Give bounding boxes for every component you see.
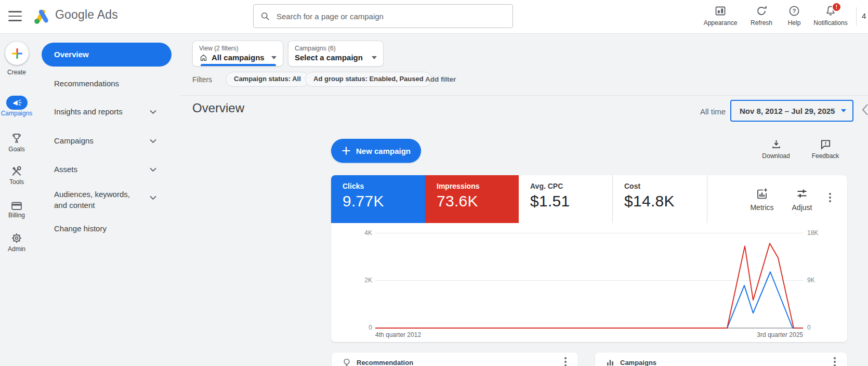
create-button[interactable]	[5, 42, 29, 65]
right-axis-tick: 18K	[807, 229, 818, 237]
chart-toolbar: Metrics Adjust	[707, 175, 848, 223]
adjust-sliders-icon	[784, 188, 820, 200]
metrics-chart-icon	[744, 188, 780, 200]
campaign-selector-label: Campaigns (6)	[295, 45, 377, 52]
view-selector-value: All campaigns	[212, 53, 265, 62]
feedback-icon	[807, 138, 844, 150]
campaigns-megaphone-icon	[12, 99, 22, 107]
filter-chip-ad-group-status[interactable]: Ad group status: Enabled, Paused	[305, 72, 432, 87]
x-axis-start-label: 4th quarter 2012	[375, 331, 421, 338]
scorecard-cost[interactable]: Cost $14.8K	[612, 175, 707, 223]
filters-label: Filters	[192, 75, 212, 84]
add-filter-button[interactable]: Add filter	[425, 75, 456, 83]
rail-label-campaigns: Campaigns	[0, 110, 33, 117]
scorecard-avg-cpc[interactable]: Avg. CPC $1.51	[519, 175, 612, 223]
rail-label-tools: Tools	[0, 178, 33, 186]
refresh-button[interactable]: Refresh	[742, 4, 781, 30]
notifications-bell-icon: !	[807, 4, 854, 18]
goals-trophy-icon[interactable]	[10, 132, 23, 145]
right-axis-tick: 9K	[807, 277, 815, 284]
card-more-menu-icon[interactable]	[829, 193, 831, 204]
nav-item-insights-and-reports[interactable]: Insights and reports	[54, 107, 123, 116]
hamburger-menu-icon[interactable]	[8, 11, 22, 21]
chevron-down-icon[interactable]	[150, 195, 156, 200]
rail-label-billing: Billing	[0, 212, 33, 219]
plus-icon	[341, 146, 351, 155]
rail-item-campaigns[interactable]	[6, 96, 28, 110]
date-range-picker[interactable]: Nov 8, 2012 – Jul 29, 2025	[730, 100, 853, 122]
recommendation-card[interactable]: Recommendation	[332, 352, 578, 366]
card-more-menu-icon[interactable]	[834, 357, 836, 366]
rail-label-admin: Admin	[0, 245, 33, 253]
x-axis-end-label: 3rd quarter 2025	[725, 331, 803, 338]
view-selector-label: View (2 filters)	[199, 45, 277, 52]
top-bar: Google Ads Appearance	[0, 0, 868, 34]
search-icon	[260, 11, 270, 21]
download-label: Download	[758, 152, 794, 160]
metrics-button[interactable]: Metrics	[744, 188, 780, 212]
scorecard-impressions[interactable]: Impressions 73.6K	[425, 175, 519, 223]
new-campaign-button[interactable]: New campaign	[331, 139, 421, 163]
create-label: Create	[0, 69, 33, 76]
campaign-selector-value: Select a campaign	[295, 53, 363, 62]
dropdown-caret-icon	[271, 56, 277, 59]
new-campaign-label: New campaign	[356, 147, 411, 155]
nav-item-campaigns[interactable]: Campaigns	[54, 136, 94, 145]
date-range-shortcut: All time	[700, 107, 726, 116]
create-plus-icon	[11, 48, 23, 59]
campaigns-chart-icon	[606, 358, 615, 366]
global-search[interactable]	[253, 4, 513, 28]
page-title: Overview	[192, 101, 244, 115]
date-range-value: Nov 8, 2012 – Jul 29, 2025	[740, 107, 835, 115]
nav-item-recommendations[interactable]: Recommendations	[54, 79, 119, 88]
series-clicks	[375, 272, 803, 328]
notifications-badge: !	[832, 2, 841, 12]
left-axis-tick: 2K	[351, 277, 372, 284]
search-input[interactable]	[275, 11, 506, 21]
product-name: Google Ads	[55, 8, 118, 22]
campaign-selector[interactable]: Campaigns (6) Select a campaign	[288, 41, 384, 67]
date-caret-icon	[841, 109, 846, 112]
campaigns-card-title: Campaigns	[620, 359, 656, 366]
filter-chip-campaign-status[interactable]: Campaign status: All	[226, 72, 309, 87]
toolbar-divider	[180, 95, 868, 96]
dropdown-caret-icon	[372, 56, 377, 59]
overview-chart[interactable]	[375, 233, 803, 328]
account-id-truncated[interactable]: 4	[862, 11, 866, 20]
series-impressions	[375, 243, 803, 328]
chevron-down-icon[interactable]	[150, 110, 156, 114]
appearance-icon	[700, 4, 741, 18]
chevron-down-icon[interactable]	[150, 167, 156, 172]
notifications-button[interactable]: ! Notifications	[807, 4, 854, 30]
recommendation-card-title: Recommendation	[357, 359, 413, 366]
campaigns-card[interactable]: Campaigns	[595, 352, 847, 366]
billing-card-icon[interactable]	[10, 200, 23, 212]
tools-icon[interactable]	[10, 165, 23, 177]
view-selector-active-underline	[201, 64, 276, 66]
appearance-button[interactable]: Appearance	[700, 4, 741, 30]
download-icon	[758, 138, 794, 150]
download-button[interactable]: Download	[758, 138, 794, 160]
nav-item-overview[interactable]: Overview	[42, 43, 172, 67]
previous-period-chevron-icon[interactable]	[861, 103, 868, 116]
right-axis-tick: 0	[807, 324, 811, 331]
rail-label-goals: Goals	[0, 146, 33, 153]
nav-item-change-history[interactable]: Change history	[54, 224, 107, 233]
view-selector[interactable]: View (2 filters) All campaigns	[192, 41, 283, 67]
nav-item-audiences-keywords-content[interactable]: Audiences, keywords, and content	[54, 189, 143, 211]
admin-gear-icon[interactable]	[10, 232, 23, 244]
help-button[interactable]: ? Help	[779, 4, 810, 30]
refresh-icon	[742, 4, 781, 18]
google-ads-logo-icon[interactable]	[33, 8, 51, 24]
feedback-button[interactable]: Feedback	[807, 138, 844, 160]
feedback-label: Feedback	[807, 152, 844, 160]
help-icon: ?	[779, 4, 810, 18]
scorecard-clicks[interactable]: Clicks 9.77K	[331, 175, 425, 223]
chevron-down-icon[interactable]	[150, 139, 156, 143]
svg-text:?: ?	[792, 8, 796, 14]
google-ads-app: Google Ads Appearance	[0, 0, 868, 366]
nav-item-assets[interactable]: Assets	[54, 165, 77, 174]
card-more-menu-icon[interactable]	[564, 357, 567, 366]
topbar-divider	[856, 7, 857, 26]
adjust-button[interactable]: Adjust	[784, 188, 820, 212]
